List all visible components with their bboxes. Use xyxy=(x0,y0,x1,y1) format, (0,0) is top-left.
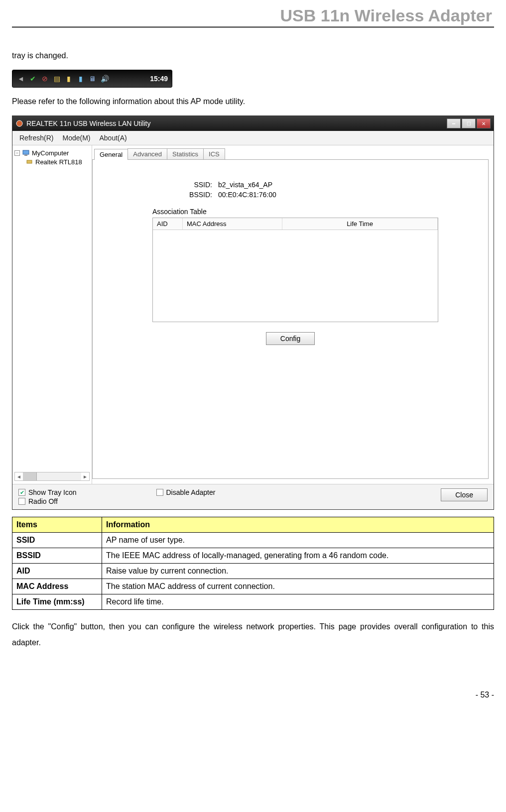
menu-about[interactable]: About(A) xyxy=(96,133,129,143)
bssid-value: 00:E0:4C:81:76:00 xyxy=(218,191,276,199)
volume-icon: 🔊 xyxy=(100,74,109,83)
blocked-icon: ⊘ xyxy=(40,74,49,83)
window-titlebar: REALTEK 11n USB Wireless LAN Utility ━ ☐… xyxy=(12,116,494,131)
scroll-left-icon[interactable]: ◄ xyxy=(15,474,23,479)
table-head-info: Information xyxy=(102,517,494,533)
tab-bar: General Advanced Statistics ICS xyxy=(92,148,489,159)
system-tray-figure: ◄ ✔ ⊘ ▤ ▮ ▮ 🖥 🔊 15:49 xyxy=(12,70,172,88)
row-key: BSSID xyxy=(12,548,102,564)
row-key: MAC Address xyxy=(12,579,102,594)
scroll-right-icon[interactable]: ► xyxy=(81,474,89,479)
wireless-icon: ▮ xyxy=(76,74,85,83)
row-key: Life Time (mm:ss) xyxy=(12,594,102,610)
security-shield-icon: ✔ xyxy=(28,74,37,83)
app-footer: ✔ Show Tray Icon Radio Off Disable Adapt… xyxy=(12,484,494,509)
col-aid[interactable]: AID xyxy=(153,218,183,230)
table-row: MAC Address The station MAC address of c… xyxy=(12,579,494,594)
tab-statistics[interactable]: Statistics xyxy=(167,148,204,159)
radio-off-label: Radio Off xyxy=(28,497,58,505)
document-header: USB 11n Wireless Adapter xyxy=(12,6,494,28)
disable-adapter-label: Disable Adapter xyxy=(166,488,216,496)
body-text-1: tray is changed. xyxy=(12,48,494,64)
menu-refresh[interactable]: Refresh(R) xyxy=(16,133,56,143)
tree-root-label: MyComputer xyxy=(32,149,69,157)
tree-root-row[interactable]: − MyComputer xyxy=(14,148,90,157)
app-window: REALTEK 11n USB Wireless LAN Utility ━ ☐… xyxy=(12,116,494,510)
tab-general[interactable]: General xyxy=(94,149,128,160)
disable-adapter-checkbox[interactable] xyxy=(156,489,163,496)
ssid-label: SSID: xyxy=(182,181,212,189)
tab-ics[interactable]: ICS xyxy=(203,148,225,159)
tree-child-row[interactable]: Realtek RTL818 xyxy=(14,157,90,166)
row-val: Raise value by current connection. xyxy=(102,564,494,579)
table-head-items: Items xyxy=(12,517,102,533)
table-row: SSID AP name of user type. xyxy=(12,533,494,548)
tray-expand-icon: ◄ xyxy=(16,74,25,83)
table-row: Life Time (mm:ss) Record life time. xyxy=(12,594,494,610)
close-button[interactable]: Close xyxy=(441,488,488,501)
radio-off-checkbox[interactable] xyxy=(18,498,25,505)
minimize-button[interactable]: ━ xyxy=(447,118,461,128)
window-title: REALTEK 11n USB Wireless LAN Utility xyxy=(26,119,447,127)
show-tray-label: Show Tray Icon xyxy=(28,488,77,496)
tab-content-general: SSID: b2_vista_x64_AP BSSID: 00:E0:4C:81… xyxy=(92,159,489,479)
config-button[interactable]: Config xyxy=(266,332,315,345)
sidebar-scrollbar[interactable]: ◄ ► xyxy=(14,472,90,481)
adapter-icon xyxy=(25,158,33,166)
document-title: USB 11n Wireless Adapter xyxy=(278,6,494,25)
computer-icon xyxy=(22,149,30,157)
show-tray-checkbox[interactable]: ✔ xyxy=(18,489,25,496)
monitor-icon: 🖥 xyxy=(88,74,97,83)
row-key: AID xyxy=(12,564,102,579)
row-val: The IEEE MAC address of locally-managed,… xyxy=(102,548,494,564)
network-icon: ▮ xyxy=(64,74,73,83)
sidebar-tree: − MyComputer Realtek RTL818 ◄ ► xyxy=(12,145,92,484)
menu-mode[interactable]: Mode(M) xyxy=(59,133,93,143)
tree-child-label: Realtek RTL818 xyxy=(35,158,82,166)
tab-advanced[interactable]: Advanced xyxy=(127,148,167,159)
row-val: AP name of user type. xyxy=(102,533,494,548)
row-key: SSID xyxy=(12,533,102,548)
svg-rect-2 xyxy=(24,155,27,156)
svg-point-0 xyxy=(16,120,22,126)
ssid-value: b2_vista_x64_AP xyxy=(218,181,272,189)
svg-rect-1 xyxy=(23,150,29,154)
association-table-label: Association Table xyxy=(152,208,468,216)
col-mac[interactable]: MAC Address xyxy=(183,218,282,230)
table-row: BSSID The IEEE MAC address of locally-ma… xyxy=(12,548,494,564)
information-table: Items Information SSID AP name of user t… xyxy=(12,517,494,610)
association-table: AID MAC Address Life Time xyxy=(152,218,438,322)
col-lifetime[interactable]: Life Time xyxy=(282,218,438,230)
table-row: AID Raise value by current connection. xyxy=(12,564,494,579)
tray-clock: 15:49 xyxy=(150,75,168,83)
maximize-button[interactable]: ☐ xyxy=(462,118,476,128)
body-text-3: Click the "Config" button, then you can … xyxy=(12,619,494,651)
svg-rect-3 xyxy=(27,160,32,163)
main-pane: General Advanced Statistics ICS SSID: b2… xyxy=(92,145,494,484)
app-icon xyxy=(15,119,23,127)
row-val: The station MAC address of current conne… xyxy=(102,579,494,594)
menu-bar: Refresh(R) Mode(M) About(A) xyxy=(12,131,494,145)
bssid-label: BSSID: xyxy=(182,191,212,199)
page-number: - 53 - xyxy=(12,691,494,699)
row-val: Record life time. xyxy=(102,594,494,610)
tree-collapse-icon[interactable]: − xyxy=(14,150,20,156)
body-text-2: Please refer to the following informatio… xyxy=(12,94,494,110)
document-icon: ▤ xyxy=(52,74,61,83)
close-window-button[interactable]: ✕ xyxy=(477,118,491,128)
